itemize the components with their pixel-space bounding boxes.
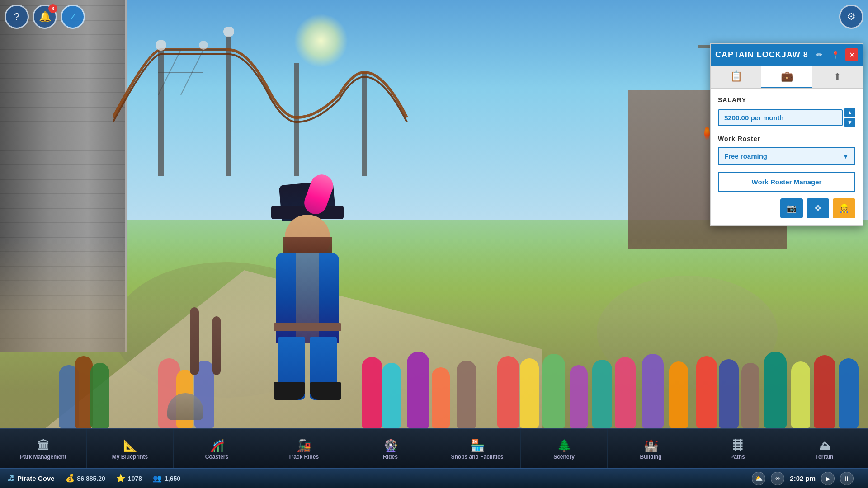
rides-label: Rides xyxy=(383,454,398,460)
crowd-person xyxy=(839,358,859,428)
pause-icon: ⏸ xyxy=(844,475,850,482)
salary-increase-button[interactable]: ▲ xyxy=(844,108,855,117)
roster-value: Free roaming xyxy=(724,152,767,160)
crowd-person xyxy=(764,352,787,428)
building-label: Building xyxy=(640,454,662,460)
crowd-person xyxy=(814,355,835,428)
close-icon: ✕ xyxy=(849,51,855,59)
track-rides-label: Track Rides xyxy=(288,454,319,460)
svg-rect-3 xyxy=(362,72,367,176)
work-roster-label: Work Roster xyxy=(718,135,855,142)
tab-work[interactable]: 💼 xyxy=(761,66,812,88)
work-roster-dropdown[interactable]: Free roaming ▼ xyxy=(718,147,855,165)
crowd-person xyxy=(432,367,450,428)
rides-icon: 🎡 xyxy=(383,440,398,451)
locate-icon: 📍 xyxy=(831,51,840,59)
svg-point-8 xyxy=(156,40,166,51)
nav-scenery[interactable]: 🌲 Scenery xyxy=(521,429,608,468)
nav-my-blueprints[interactable]: 📐 My Blueprints xyxy=(87,429,174,468)
objectives-button[interactable]: ✓ xyxy=(61,5,85,29)
staff-button[interactable]: 👷 xyxy=(833,198,855,218)
crowd-person xyxy=(719,359,739,428)
salary-value[interactable]: $200.00 per month xyxy=(718,109,843,126)
shops-facilities-label: Shops and Facilities xyxy=(451,454,503,460)
panel-body: SALARY $200.00 per month ▲ ▼ Work Roster… xyxy=(711,89,863,225)
palm-tree-2 xyxy=(212,316,221,375)
current-time: 2:02 pm xyxy=(790,474,816,482)
notification-badge: 3 xyxy=(48,4,57,13)
crowd-person xyxy=(457,361,476,428)
coasters-icon: 🎢 xyxy=(210,440,224,451)
track-rides-icon: 🚂 xyxy=(297,440,311,451)
pirate-character xyxy=(267,183,348,400)
svg-rect-1 xyxy=(226,36,231,176)
nav-building[interactable]: 🏰 Building xyxy=(608,429,694,468)
money-item: 💰 $6,885.20 xyxy=(66,474,105,483)
crowd-person xyxy=(696,356,717,428)
camera-icon: 📷 xyxy=(787,203,797,213)
coasters-label: Coasters xyxy=(205,454,228,460)
help-icon: ? xyxy=(14,11,19,23)
notification-button[interactable]: 🔔 3 xyxy=(33,5,57,29)
spinner-up-icon: ▲ xyxy=(847,109,853,116)
terrain-icon: ⛰ xyxy=(819,440,830,451)
partly-cloudy-icon: ⛅ xyxy=(755,475,763,482)
pause-button[interactable]: ⏸ xyxy=(840,472,854,485)
panel-tabs: 📋 💼 ⬆ xyxy=(711,66,863,89)
status-bar: 🏖 Pirate Cove 💰 $6,885.20 ⭐ 1078 👥 1,650… xyxy=(0,468,868,488)
settings-button[interactable]: ⚙ xyxy=(839,5,863,29)
move-icon: ✥ xyxy=(815,203,821,213)
sun-icon: ☀ xyxy=(775,475,781,482)
play-forward-button[interactable]: ▶ xyxy=(821,472,835,485)
salary-decrease-button[interactable]: ▼ xyxy=(844,118,855,127)
play-forward-icon: ▶ xyxy=(826,475,830,482)
work-roster-manager-button[interactable]: Work Roster Manager xyxy=(718,172,855,192)
help-button[interactable]: ? xyxy=(5,5,29,29)
salary-row: $200.00 per month ▲ ▼ xyxy=(718,108,855,127)
crowd-person xyxy=(75,356,93,428)
crowd-person xyxy=(407,352,429,428)
camera-button[interactable]: 📷 xyxy=(780,198,803,218)
nav-track-rides[interactable]: 🚂 Track Rides xyxy=(260,429,347,468)
clipboard-icon: 📋 xyxy=(730,70,742,82)
panel-title: CAPTAIN LOCKJAW 8 xyxy=(715,50,808,60)
visitors-value: 1,650 xyxy=(165,475,180,482)
upload-icon: ⬆ xyxy=(834,71,841,82)
move-button[interactable]: ✥ xyxy=(807,198,829,218)
briefcase-icon: 💼 xyxy=(781,70,793,82)
shops-facilities-icon: 🏪 xyxy=(470,440,485,451)
building-icon: 🏰 xyxy=(644,440,658,451)
nav-paths[interactable]: 🛤 Paths xyxy=(694,429,781,468)
visitors-item: 👥 1,650 xyxy=(153,474,180,483)
crowd-person xyxy=(497,356,519,428)
edit-button[interactable]: ✏ xyxy=(813,48,826,61)
tab-upgrade[interactable]: ⬆ xyxy=(812,66,863,88)
time-controls: ⛅ ☀ 2:02 pm ▶ ⏸ xyxy=(752,472,861,485)
scenery-icon: 🌲 xyxy=(557,440,571,451)
crowd-person xyxy=(642,354,664,428)
nav-coasters[interactable]: 🎢 Coasters xyxy=(174,429,260,468)
rating-value: 1078 xyxy=(128,475,142,482)
weather-partly-cloudy: ⛅ xyxy=(752,472,765,485)
panel-action-buttons: 📷 ✥ 👷 xyxy=(718,198,855,218)
rating-item: ⭐ 1078 xyxy=(116,474,142,483)
notification-icon: 🔔 xyxy=(39,11,51,23)
terrain-label: Terrain xyxy=(816,454,834,460)
nav-rides[interactable]: 🎡 Rides xyxy=(347,429,434,468)
crowd-person xyxy=(741,363,760,428)
panel-header: CAPTAIN LOCKJAW 8 ✏ 📍 ✕ xyxy=(711,44,863,66)
paths-label: Paths xyxy=(730,454,745,460)
crowd-person xyxy=(791,361,810,428)
park-management-icon: 🏛 xyxy=(38,440,49,451)
spinner-down-icon: ▼ xyxy=(847,119,853,126)
salary-label: SALARY xyxy=(718,96,855,103)
locate-button[interactable]: 📍 xyxy=(829,48,842,61)
money-icon: 💰 xyxy=(66,474,75,483)
nav-park-management[interactable]: 🏛 Park Management xyxy=(0,429,87,468)
nav-shops-facilities[interactable]: 🏪 Shops and Facilities xyxy=(434,429,521,468)
settings-icon: ⚙ xyxy=(847,11,856,23)
nav-terrain[interactable]: ⛰ Terrain xyxy=(781,429,868,468)
close-button[interactable]: ✕ xyxy=(845,48,858,61)
tab-info[interactable]: 📋 xyxy=(711,66,761,88)
crowd-person xyxy=(570,365,588,428)
